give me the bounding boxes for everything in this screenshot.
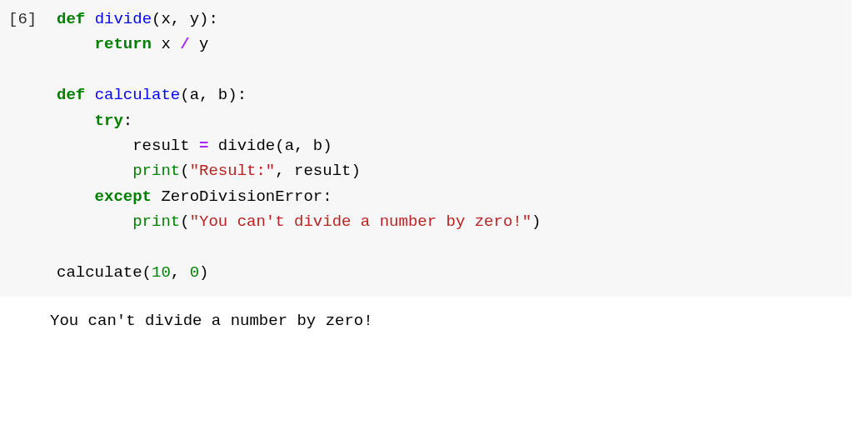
function-name: divide bbox=[95, 10, 152, 28]
string: "Result:" bbox=[190, 162, 276, 180]
exception-name: ZeroDivisionError bbox=[161, 188, 322, 206]
builtin-print: print bbox=[132, 162, 180, 180]
keyword-def: def bbox=[57, 86, 85, 104]
keyword-except: except bbox=[95, 188, 152, 206]
operator-div: / bbox=[180, 35, 189, 53]
code-block[interactable]: def divide(x, y): return x / y def calcu… bbox=[57, 7, 541, 285]
function-name: calculate bbox=[95, 86, 181, 104]
keyword-return: return bbox=[95, 35, 152, 53]
output-text: You can't divide a number by zero! bbox=[50, 308, 373, 333]
params: (x, y): bbox=[152, 10, 218, 28]
string: "You can't divide a number by zero!" bbox=[190, 212, 531, 231]
cell-prompt: [6] bbox=[8, 7, 57, 32]
operator-eq: = bbox=[199, 137, 208, 155]
params: (a, b): bbox=[180, 86, 247, 104]
output-area: You can't divide a number by zero! bbox=[0, 297, 851, 340]
keyword-try: try bbox=[95, 112, 123, 130]
builtin-print: print bbox=[132, 212, 180, 231]
number: 0 bbox=[190, 263, 199, 282]
number: 10 bbox=[152, 263, 171, 282]
keyword-def: def bbox=[57, 10, 85, 28]
code-cell: [6] def divide(x, y): return x / y def c… bbox=[0, 0, 851, 297]
